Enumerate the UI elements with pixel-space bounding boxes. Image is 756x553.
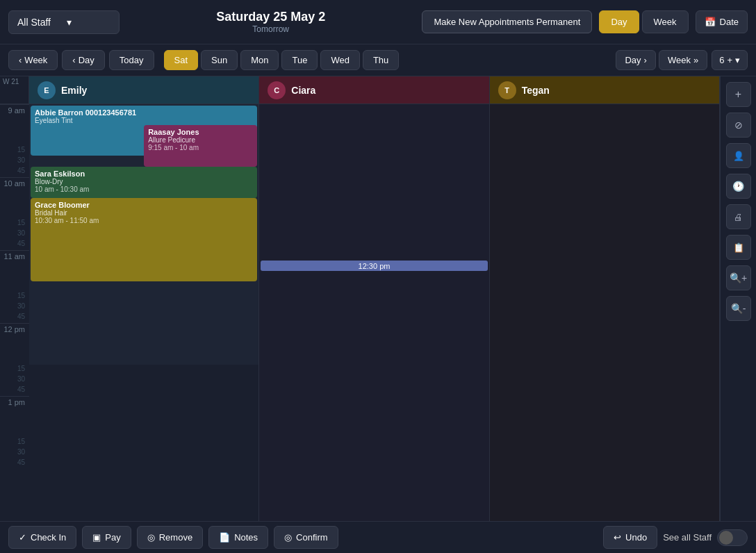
checkin-button[interactable]: ✓ Check In xyxy=(8,526,76,549)
day-pills: Sat Sun Mon Tue Wed Thu xyxy=(164,50,400,70)
staff-selector[interactable]: All Staff ▾ xyxy=(8,10,120,34)
undo-button[interactable]: ↩ Undo xyxy=(603,526,657,549)
day-pill-thu[interactable]: Thu xyxy=(363,50,399,70)
appt-service-allure: Allure Pedicure xyxy=(148,136,253,144)
staff-name-emily: Emily xyxy=(61,85,87,96)
time-11am: 11 am xyxy=(0,250,29,292)
count-box: 6 + ▾ xyxy=(712,50,748,70)
remove-label: Remove xyxy=(159,532,192,543)
see-all-staff-toggle[interactable] xyxy=(717,529,748,546)
grid-week-button[interactable]: Week » xyxy=(659,50,707,70)
time-labels: 9 am 15 30 45 10 am 15 30 45 11 am 15 30… xyxy=(0,104,29,521)
staff-header-emily: E Emily xyxy=(29,76,259,104)
staff-header-ciara: C Ciara xyxy=(259,76,489,104)
bottom-bar: ✓ Check In ▣ Pay ◎ Remove 📄 Notes ◎ Conf… xyxy=(0,521,756,553)
staff-manage-button[interactable]: 👤 xyxy=(726,143,751,168)
day-pill-sun[interactable]: Sun xyxy=(201,50,238,70)
chevron-right-icon: › xyxy=(644,55,647,65)
confirm-icon: ◎ xyxy=(284,532,292,543)
count-value: 6 xyxy=(719,55,724,65)
notes-label: Notes xyxy=(234,532,258,543)
appointment-allure[interactable]: Raasay Jones Allure Pedicure 9:15 am - 1… xyxy=(144,125,257,167)
staff-name-ciara: Ciara xyxy=(291,85,315,96)
calendar-grid[interactable]: 9 am 15 30 45 10 am 15 30 45 11 am 15 30… xyxy=(0,104,720,521)
appt-name-allure: Raasay Jones xyxy=(148,128,253,136)
appt-name-blowdry: Sara Eskilson xyxy=(35,170,253,178)
confirm-label: Confirm xyxy=(296,532,328,543)
block-time-button[interactable]: ⊘ xyxy=(726,113,751,138)
pay-button[interactable]: ▣ Pay xyxy=(82,526,131,549)
staff-header: W 21 E Emily C Ciara T Tegan xyxy=(0,76,720,104)
time-indicator-1230[interactable]: 12:30 pm xyxy=(261,261,487,271)
appointment-bridal[interactable]: Grace Bloomer Bridal Hair 10:30 am - 11:… xyxy=(31,198,257,281)
staff-area: W 21 E Emily C Ciara T Tegan 9 am 15 30 xyxy=(0,76,720,521)
avatar-emily: E xyxy=(38,81,56,99)
time-10am: 10 am xyxy=(0,177,29,219)
print-icon: 🖨 xyxy=(734,212,743,222)
see-all-staff: See all Staff xyxy=(663,529,748,546)
appt-name-bridal: Grace Bloomer xyxy=(35,201,253,209)
date-picker-button[interactable]: 📅 Date xyxy=(696,10,748,33)
appointment-blowdry[interactable]: Sara Eskilson Blow-Dry 10 am - 10:30 am xyxy=(31,167,257,198)
view-toggle: Day › Week » xyxy=(616,50,707,70)
time-1pm: 1 pm xyxy=(0,396,29,438)
checkin-label: Check In xyxy=(31,532,66,543)
plus-sidebar-icon: + xyxy=(735,88,741,101)
see-all-staff-label: See all Staff xyxy=(663,532,712,543)
appt-time-allure: 9:15 am - 10 am xyxy=(148,144,253,151)
zoom-in-button[interactable]: 🔍+ xyxy=(726,265,751,290)
avatar-tegan: T xyxy=(498,81,516,99)
back-week-label: Week xyxy=(24,55,47,65)
copy-button[interactable]: 📋 xyxy=(726,235,751,260)
grid-col-ciara[interactable]: 12:30 pm xyxy=(259,104,489,521)
back-day-button[interactable]: ‹ Day xyxy=(62,50,104,70)
header-date: Saturday 25 May 2 Tomorrow xyxy=(126,10,415,34)
notes-icon: 📄 xyxy=(219,532,230,543)
week-view-button[interactable]: Week xyxy=(642,10,689,33)
add-appointment-button[interactable]: + xyxy=(726,82,751,107)
calendar-icon: 📅 xyxy=(705,17,716,27)
remove-icon: ◎ xyxy=(147,532,155,543)
grid-col-tegan[interactable] xyxy=(490,104,720,521)
time-12pm: 12 pm xyxy=(0,323,29,365)
chevron-right-right-icon: » xyxy=(693,55,698,65)
appt-service-blowdry: Blow-Dry xyxy=(35,178,253,185)
toggle-knob xyxy=(719,531,733,545)
day-view-button[interactable]: Day xyxy=(599,10,639,33)
back-week-button[interactable]: ‹ Week xyxy=(8,50,58,70)
app-header: All Staff ▾ Saturday 25 May 2 Tomorrow M… xyxy=(0,0,756,44)
chevron-left-icon: ‹ xyxy=(19,55,22,65)
remove-button[interactable]: ◎ Remove xyxy=(137,526,203,549)
staff-icon: 👤 xyxy=(733,151,744,161)
pay-icon: ▣ xyxy=(92,532,101,543)
header-date-sub: Tomorrow xyxy=(126,24,415,34)
confirm-button[interactable]: ◎ Confirm xyxy=(274,526,338,549)
grid-week-label: Week xyxy=(668,55,691,65)
notes-button[interactable]: 📄 Notes xyxy=(208,526,268,549)
print-button[interactable]: 🖨 xyxy=(726,204,751,229)
back-day-label: Day xyxy=(79,55,94,65)
time-9am: 9 am xyxy=(0,104,29,146)
plus-icon: + xyxy=(727,55,732,65)
day-pill-sat[interactable]: Sat xyxy=(164,50,199,70)
day-pill-wed[interactable]: Wed xyxy=(320,50,360,70)
zoom-out-button[interactable]: 🔍- xyxy=(726,296,751,321)
chevron-down-count-icon: ▾ xyxy=(735,55,740,65)
make-permanent-button[interactable]: Make New Appointments Permanent xyxy=(422,10,592,33)
calendar-area: W 21 E Emily C Ciara T Tegan 9 am 15 30 xyxy=(0,76,756,521)
grid-day-button[interactable]: Day › xyxy=(616,50,655,70)
appt-service-bridal: Bridal Hair xyxy=(35,209,253,217)
clock-button[interactable]: 🕐 xyxy=(726,174,751,199)
grid-col-emily[interactable]: Abbie Barron 000123456781 Eyelash Tint R… xyxy=(29,104,259,521)
chevron-left-icon2: ‹ xyxy=(72,55,75,65)
day-pill-mon[interactable]: Mon xyxy=(240,50,279,70)
appt-time-blowdry: 10 am - 10:30 am xyxy=(35,185,253,193)
today-button[interactable]: Today xyxy=(109,50,154,70)
appt-time-bridal: 10:30 am - 11:50 am xyxy=(35,217,253,224)
time-indicator-label: 12:30 pm xyxy=(359,262,391,270)
staff-name-tegan: Tegan xyxy=(522,85,550,96)
undo-icon: ↩ xyxy=(614,532,621,543)
pay-label: Pay xyxy=(105,532,120,543)
day-pill-tue[interactable]: Tue xyxy=(281,50,318,70)
appt-service-eyelash: Eyelash Tint xyxy=(35,117,253,124)
